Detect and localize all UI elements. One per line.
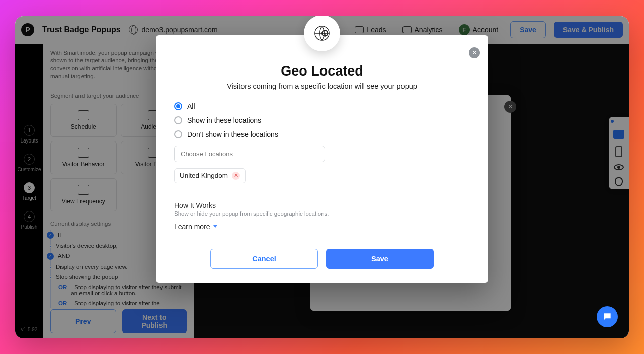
- learn-more-toggle[interactable]: Learn more: [174, 223, 488, 231]
- option-label: Show in these locations: [187, 116, 261, 124]
- chat-icon: [602, 312, 612, 322]
- modal-save-button[interactable]: Save: [326, 249, 434, 269]
- how-it-works-title: How It Works: [174, 201, 488, 209]
- geo-located-modal: ✕ Geo Located Visitors coming from a spe…: [156, 35, 488, 283]
- chevron-down-icon: [213, 225, 217, 228]
- how-it-works: How It Works Show or hide your popup fro…: [174, 201, 488, 217]
- modal-subtitle: Visitors coming from a specific location…: [156, 82, 488, 90]
- geo-pin-icon: [313, 25, 331, 42]
- modal-title: Geo Located: [156, 63, 488, 79]
- locations-input[interactable]: [174, 146, 325, 162]
- chip-label: United Kingdom: [180, 172, 228, 179]
- modal-header-icon: [304, 16, 340, 51]
- option-label: Don't show in these locations: [187, 130, 278, 138]
- modal-cancel-button[interactable]: Cancel: [210, 249, 318, 269]
- option-show-in-locations[interactable]: Show in these locations: [174, 116, 261, 124]
- radio-icon: [174, 116, 182, 124]
- modal-close-button[interactable]: ✕: [469, 47, 480, 58]
- chip-united-kingdom: United Kingdom ✕: [174, 168, 246, 183]
- learn-more-label: Learn more: [174, 223, 210, 231]
- radio-icon: [174, 102, 182, 110]
- option-label: All: [187, 102, 195, 110]
- option-hide-in-locations[interactable]: Don't show in these locations: [174, 130, 278, 138]
- option-all[interactable]: All: [174, 102, 195, 110]
- chip-remove-icon[interactable]: ✕: [232, 172, 240, 180]
- intercom-launcher[interactable]: [597, 306, 618, 327]
- geo-options: All Show in these locations Don't show i…: [174, 102, 488, 138]
- radio-icon: [174, 130, 182, 138]
- location-chips: United Kingdom ✕: [174, 168, 488, 183]
- app-window: P Trust Badge Popups demo3.popupsmart.co…: [15, 16, 629, 338]
- how-it-works-desc: Show or hide your popup from specific ge…: [174, 210, 488, 217]
